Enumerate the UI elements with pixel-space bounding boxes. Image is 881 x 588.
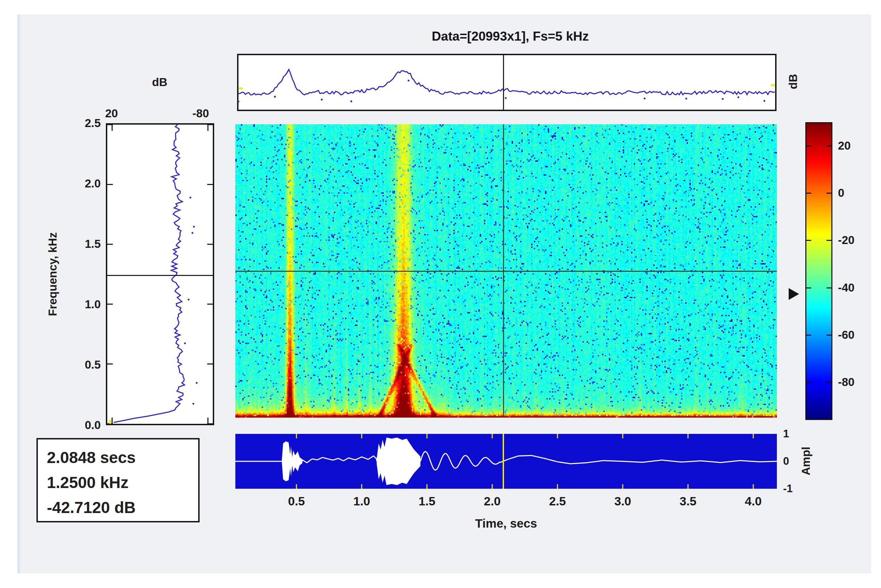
time-tick-label: 2.5 [549, 494, 566, 508]
colorbar-tick [827, 240, 831, 241]
db-slice-trace [239, 55, 775, 110]
colorbar-tick [806, 334, 811, 336]
time-tick-label: 3.5 [680, 494, 697, 508]
db-spectrum-panel[interactable] [106, 123, 214, 425]
freq-tick-label: 0.5 [69, 358, 101, 371]
specgram-demo-window: Data=[20993x1], Fs=5 kHz dB dB 20 -80 Fr… [0, 0, 881, 588]
freq-tick-label: 1.0 [69, 298, 101, 311]
spectrum-db-axis-label: dB [135, 76, 184, 89]
slice-cursor-line[interactable] [503, 55, 504, 110]
colorbar-tick [827, 334, 831, 336]
colorbar-tick [806, 240, 811, 241]
time-tick-label: 1.5 [419, 494, 436, 508]
readout-freq: 1.2500 kHz [47, 470, 198, 495]
colorbar-tick [827, 382, 831, 383]
db-slice-panel[interactable] [237, 54, 776, 111]
time-tick-label: 1.0 [353, 494, 371, 508]
spectrogram-panel[interactable] [236, 124, 777, 418]
time-axis-label: Time, secs [454, 516, 558, 530]
waveform-trace [236, 434, 777, 489]
ampl-tick-label: 0 [783, 455, 789, 468]
colorbar-tick-label: 0 [838, 186, 844, 200]
db-spectrum-trace [107, 124, 213, 424]
colorbar[interactable] [805, 122, 832, 420]
waveform-cursor-line[interactable] [503, 434, 504, 489]
spectrum-cursor-line[interactable] [107, 275, 213, 276]
colorbar-tick [827, 146, 831, 147]
time-tick-label: 4.0 [745, 494, 762, 508]
ampl-tick-label: 1 [783, 428, 789, 440]
time-tick-label: 3.0 [614, 494, 632, 508]
freq-tick-label: 0.0 [69, 418, 101, 432]
colorbar-tick [806, 193, 811, 194]
freq-tick-label: 2.5 [69, 117, 101, 130]
page-title: Data=[20993x1], Fs=5 kHz [222, 29, 798, 44]
ampl-axis-label: Ampl [800, 447, 813, 476]
colorbar-tick [806, 146, 811, 147]
spectrum-db-tick-left: 20 [105, 107, 118, 120]
freq-tick-label: 2.0 [69, 177, 101, 190]
colorbar-tick [806, 382, 811, 383]
freq-axis-label: Frequency, kHz [46, 232, 59, 316]
colorbar-tick-label: 20 [838, 139, 851, 152]
colorbar-level-marker[interactable] [789, 288, 799, 300]
time-tick-label: 2.0 [484, 494, 501, 508]
waveform-panel[interactable] [236, 434, 777, 489]
colorbar-tick-label: -40 [838, 281, 855, 294]
readout-time: 2.0848 secs [47, 445, 198, 470]
colorbar-tick [806, 287, 811, 288]
spectrum-db-tick-right: -80 [179, 107, 209, 120]
cursor-readout-box: 2.0848 secs 1.2500 kHz -42.7120 dB [36, 438, 200, 522]
colorbar-tick-label: -20 [838, 234, 855, 247]
colorbar-tick-label: -80 [838, 376, 855, 389]
colorbar-tick-label: -60 [838, 328, 855, 342]
slice-db-axis-label: dB [786, 74, 800, 89]
spectrogram-crosshair-horizontal[interactable] [236, 271, 777, 272]
spectrum-bottom-marker-tick [110, 420, 111, 424]
slice-right-marker-tick [771, 84, 775, 86]
time-tick-label: 0.5 [288, 494, 305, 508]
colorbar-tick [827, 287, 831, 288]
ampl-tick-label: -1 [783, 483, 793, 495]
colorbar-gradient [806, 123, 831, 419]
freq-tick-label: 1.5 [69, 237, 101, 250]
colorbar-tick [827, 193, 831, 194]
slice-left-marker-tick [239, 87, 243, 89]
readout-level: -42.7120 dB [47, 495, 198, 520]
